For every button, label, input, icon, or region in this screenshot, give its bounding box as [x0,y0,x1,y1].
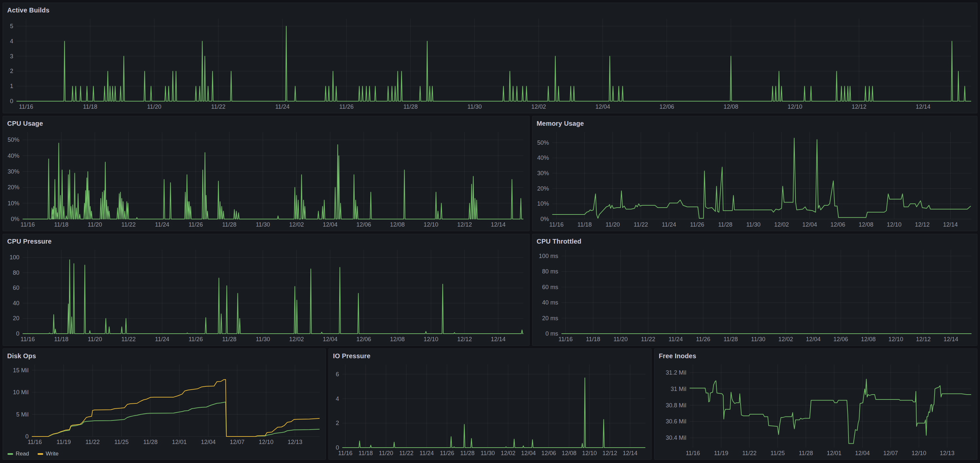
chart-io-pressure[interactable]: 11/1611/1811/2011/2211/2411/2611/2811/30… [329,362,651,457]
legend-item-write[interactable]: Write [38,450,59,457]
svg-text:4: 4 [336,396,339,402]
panel-title-cpu-pressure[interactable]: CPU Pressure [3,234,529,246]
svg-text:31 Mil: 31 Mil [671,386,686,392]
svg-text:12/14: 12/14 [916,104,931,110]
svg-text:11/18: 11/18 [54,336,68,343]
svg-text:40%: 40% [537,155,549,161]
svg-text:12/12: 12/12 [457,336,472,343]
svg-text:12/10: 12/10 [423,221,438,228]
svg-text:11/20: 11/20 [606,221,620,228]
svg-text:12/04: 12/04 [595,104,610,110]
svg-text:12/02: 12/02 [774,221,789,228]
svg-text:4: 4 [10,38,13,45]
svg-text:12/10: 12/10 [423,336,438,343]
panel-title-free-inodes[interactable]: Free Inodes [654,349,977,360]
svg-text:12/07: 12/07 [883,450,898,457]
chart-cpu-throttled[interactable]: 11/1611/1811/2011/2211/2411/2611/2811/30… [533,247,977,343]
svg-text:11/26: 11/26 [696,336,710,343]
svg-text:0: 0 [16,330,19,337]
panel-cpu-usage: CPU Usage 11/1611/1811/2011/2211/2411/26… [3,116,530,231]
svg-text:2: 2 [336,420,339,426]
svg-text:12/02: 12/02 [289,336,304,343]
svg-text:11/24: 11/24 [155,336,169,343]
chart-cpu-usage[interactable]: 11/1611/1811/2011/2211/2411/2611/2811/30… [3,129,528,229]
svg-text:12/08: 12/08 [562,450,576,457]
chart-free-inodes[interactable]: 11/1611/1911/2211/2511/2812/0112/0412/07… [655,362,977,457]
svg-text:12/04: 12/04 [323,221,337,228]
panel-disk-ops: Disk Ops 11/1611/1911/2211/2511/2812/011… [3,348,326,460]
svg-text:12/08: 12/08 [724,104,738,110]
svg-text:12/06: 12/06 [830,221,845,228]
svg-text:12/08: 12/08 [858,221,873,228]
svg-text:12/02: 12/02 [501,450,515,457]
svg-text:12/14: 12/14 [623,450,638,457]
svg-text:11/28: 11/28 [723,336,738,343]
svg-text:0: 0 [336,444,339,451]
svg-text:50%: 50% [8,137,19,143]
legend-item-read[interactable]: Read [8,450,29,457]
svg-text:10%: 10% [537,200,549,207]
svg-text:3: 3 [10,53,13,60]
panel-title-disk-ops[interactable]: Disk Ops [3,349,326,360]
svg-text:11/16: 11/16 [686,450,700,457]
svg-text:30.4 Mil: 30.4 Mil [666,434,686,441]
svg-text:11/18: 11/18 [54,221,68,228]
svg-text:12/04: 12/04 [521,450,536,457]
svg-text:12/01: 12/01 [172,439,187,445]
svg-text:60 ms: 60 ms [542,284,558,291]
svg-text:11/26: 11/26 [339,104,353,110]
svg-text:5 Mil: 5 Mil [16,411,29,418]
svg-text:12/10: 12/10 [582,450,597,457]
svg-text:11/24: 11/24 [662,221,676,228]
svg-text:11/26: 11/26 [440,450,454,457]
svg-text:12/04: 12/04 [855,450,870,457]
chart-memory-usage[interactable]: 11/1611/1811/2011/2211/2411/2611/2811/30… [533,129,977,229]
svg-text:11/25: 11/25 [115,439,129,445]
panel-title-io-pressure[interactable]: IO Pressure [329,349,651,360]
panel-free-inodes: Free Inodes 11/1611/1911/2211/2511/2812/… [654,348,977,460]
chart-cpu-pressure[interactable]: 11/1611/1811/2011/2211/2411/2611/2811/30… [3,247,528,343]
svg-text:12/02: 12/02 [289,221,304,228]
panel-title-active-builds[interactable]: Active Builds [3,3,977,14]
legend-label-read: Read [16,450,29,457]
svg-text:11/24: 11/24 [668,336,682,343]
svg-text:11/22: 11/22 [742,450,757,457]
svg-text:2: 2 [10,68,13,74]
svg-text:11/30: 11/30 [256,336,270,343]
svg-text:12/12: 12/12 [915,221,929,228]
svg-text:11/22: 11/22 [211,104,226,110]
svg-text:12/04: 12/04 [806,336,820,343]
svg-text:11/26: 11/26 [690,221,704,228]
svg-text:20 ms: 20 ms [542,315,558,321]
svg-text:12/07: 12/07 [230,439,245,445]
legend-swatch-read-icon [8,453,13,455]
legend-label-write: Write [46,450,59,457]
chart-active-builds[interactable]: 11/1611/1811/2011/2211/2411/2611/2811/30… [3,16,977,111]
svg-text:11/16: 11/16 [558,336,573,343]
panel-memory-usage: Memory Usage 11/1611/1811/2011/2211/2411… [532,116,978,231]
svg-text:10 Mil: 10 Mil [13,389,29,396]
panel-cpu-throttled: CPU Throttled 11/1611/1811/2011/2211/241… [532,234,978,346]
svg-text:40%: 40% [8,153,19,159]
panel-title-memory-usage[interactable]: Memory Usage [533,116,977,128]
panel-title-cpu-usage[interactable]: CPU Usage [3,116,529,128]
svg-text:11/28: 11/28 [222,221,237,228]
svg-text:12/12: 12/12 [457,221,472,228]
svg-text:30.8 Mil: 30.8 Mil [666,402,686,409]
chart-disk-ops[interactable]: 11/1611/1911/2211/2511/2812/0112/0412/07… [3,362,325,446]
svg-text:12/02: 12/02 [778,336,793,343]
grafana-dashboard: Active Builds 11/1611/1811/2011/2211/241… [0,0,980,463]
svg-text:10%: 10% [8,200,19,207]
svg-text:11/30: 11/30 [746,221,760,228]
svg-text:11/20: 11/20 [88,221,102,228]
panel-title-cpu-throttled[interactable]: CPU Throttled [533,234,977,246]
svg-text:12/14: 12/14 [943,336,958,343]
legend-disk-ops: Read Write [8,450,59,457]
svg-text:12/10: 12/10 [888,336,903,343]
svg-text:12/04: 12/04 [201,439,216,445]
svg-text:11/30: 11/30 [256,221,270,228]
svg-text:0 ms: 0 ms [545,330,558,337]
svg-text:12/12: 12/12 [852,104,867,110]
svg-text:11/24: 11/24 [155,221,169,228]
svg-text:11/20: 11/20 [379,450,393,457]
